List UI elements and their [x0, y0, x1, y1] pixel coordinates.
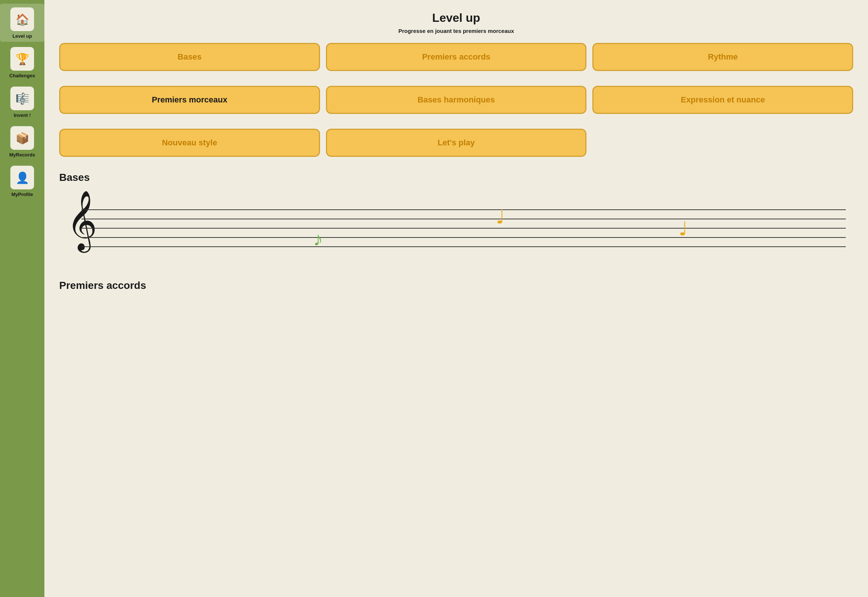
category-btn-expression-nuance[interactable]: Expression et nuance	[592, 86, 853, 114]
sidebar-item-challenges[interactable]: 🏆Challenges	[0, 43, 45, 82]
note-orange-1: ♩	[496, 207, 505, 226]
staff-lines	[82, 209, 846, 247]
myrecords-icon: 📦	[10, 126, 34, 150]
sidebar-label-myprofile: MyProfile	[12, 192, 33, 197]
category-btn-lets-play[interactable]: Let's play	[326, 129, 587, 157]
sidebar-label-challenges: Challenges	[9, 73, 35, 79]
bases-section-title: Bases	[59, 172, 853, 183]
staff-line-2	[82, 218, 846, 219]
note-green-1: ♪	[314, 229, 323, 249]
category-grid-row2: Premiers morceauxBases harmoniquesExpres…	[59, 86, 853, 114]
challenges-icon: 🏆	[10, 47, 34, 71]
category-grid-row1: BasesPremiers accordsRythme	[59, 43, 853, 71]
premiers-accords-section: Premiers accords	[59, 280, 853, 291]
level-up-icon: 🏠	[10, 7, 34, 31]
staff-line-5	[82, 247, 846, 247]
staff-line-3	[82, 228, 846, 229]
music-staff: 𝄞 ♪ ♩ ♩	[59, 191, 853, 265]
sidebar-label-invent: Invent !	[14, 113, 31, 118]
category-btn-premiers-accords[interactable]: Premiers accords	[326, 43, 587, 71]
myprofile-icon: 👤	[10, 166, 34, 189]
sidebar-item-level-up[interactable]: 🏠Level up	[0, 4, 45, 42]
sidebar-item-myprofile[interactable]: 👤MyProfile	[0, 162, 45, 200]
category-btn-rythme[interactable]: Rythme	[592, 43, 853, 71]
premiers-accords-title: Premiers accords	[59, 280, 853, 291]
category-btn-bases[interactable]: Bases	[59, 43, 320, 71]
category-btn-nouveau-style[interactable]: Nouveau style	[59, 129, 320, 157]
main-content: Level up Progresse en jouant tes premier…	[45, 0, 868, 597]
invent-icon: 🎼	[10, 86, 34, 110]
page-subtitle: Progresse en jouant tes premiers morceau…	[59, 28, 853, 34]
page-title: Level up	[59, 11, 853, 25]
sidebar: 🏠Level up🏆Challenges🎼Invent !📦MyRecords👤…	[0, 0, 45, 597]
bases-section: Bases 𝄞 ♪ ♩ ♩	[59, 172, 853, 265]
sidebar-item-myrecords[interactable]: 📦MyRecords	[0, 122, 45, 160]
staff-line-4	[82, 237, 846, 238]
staff-line-1	[82, 209, 846, 210]
sidebar-item-invent[interactable]: 🎼Invent !	[0, 83, 45, 121]
category-btn-premiers-morceaux[interactable]: Premiers morceaux	[59, 86, 320, 114]
note-orange-2: ♩	[679, 219, 688, 238]
sidebar-label-level-up: Level up	[13, 33, 32, 39]
category-grid-row3: Nouveau styleLet's play	[59, 129, 853, 157]
sidebar-label-myrecords: MyRecords	[9, 152, 35, 157]
category-btn-bases-harmoniques[interactable]: Bases harmoniques	[326, 86, 587, 114]
